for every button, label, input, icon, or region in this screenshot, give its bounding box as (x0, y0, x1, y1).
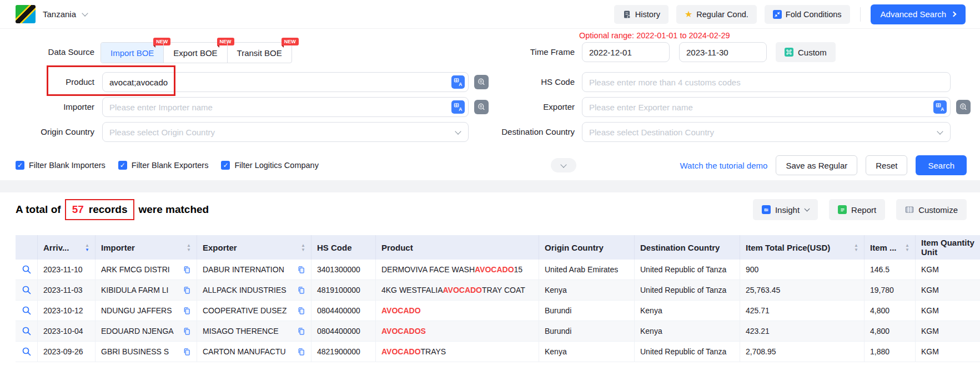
fold-conditions-button[interactable]: Fold Conditions (765, 5, 850, 24)
row-detail-button[interactable] (16, 260, 38, 279)
sort-arrows-icon[interactable]: ▲▼ (183, 243, 191, 252)
tab-import-boe[interactable]: Import BOENEW (101, 43, 163, 63)
cell-item-quantity-unit: KGM (916, 260, 980, 279)
copy-icon[interactable] (183, 348, 191, 356)
exporter-input[interactable]: A (582, 97, 951, 117)
fold-conditions-label: Fold Conditions (786, 10, 842, 19)
column-header-origin-country: Origin Country (539, 235, 635, 260)
copy-icon[interactable] (183, 266, 191, 274)
tab-label: Transit BOE (237, 48, 282, 58)
column-header-importer[interactable]: Importer▲▼ (96, 235, 197, 260)
data-source-label: Data Source (0, 42, 94, 62)
row-detail-button[interactable] (16, 301, 38, 321)
product-input[interactable]: A (102, 72, 469, 92)
importer-input[interactable]: A (102, 97, 469, 117)
tab-export-boe[interactable]: Export BOENEW (163, 43, 227, 63)
copy-icon[interactable] (183, 286, 191, 294)
record-count: 57 (72, 204, 84, 216)
cell-item-total-price: 423.21 (740, 321, 865, 341)
sort-arrows-icon[interactable]: ▲▼ (298, 243, 305, 252)
row-detail-button[interactable] (16, 280, 38, 300)
cell-product: DERMOVIVA FACE WASH AVOCADO 15 (376, 260, 539, 279)
sort-arrows-icon[interactable]: ▲▼ (902, 243, 909, 252)
row-detail-button[interactable] (16, 342, 38, 362)
trade-search-app: Tanzania History ★ Regular Cond. Fold Co… (0, 0, 980, 366)
magnifier-icon (22, 265, 32, 274)
cell-destination-country: United Republic of Tanza (635, 260, 740, 279)
regular-cond-label: Regular Cond. (696, 10, 748, 19)
cell-origin-country: Kenya (539, 342, 635, 362)
cell-origin-country: Burundi (539, 321, 635, 341)
destination-country-field[interactable] (582, 123, 938, 141)
product-text: 15 (514, 265, 523, 274)
report-button[interactable]: Report (829, 199, 885, 220)
checkbox-icon[interactable]: ✓ (16, 161, 24, 170)
copy-icon[interactable] (297, 348, 305, 356)
checkbox-icon[interactable]: ✓ (118, 161, 127, 170)
copy-icon[interactable] (297, 307, 305, 315)
save-as-regular-button[interactable]: Save as Regular (776, 155, 857, 175)
copy-icon[interactable] (183, 307, 191, 315)
destination-country-select[interactable] (582, 122, 951, 142)
exporter-field[interactable] (582, 98, 933, 116)
column-header-exporter[interactable]: Exporter▲▼ (197, 235, 311, 260)
search-button[interactable]: Search (916, 155, 967, 175)
customize-button[interactable]: Customize (896, 199, 967, 220)
tab-transit-boe[interactable]: Transit BOENEW (227, 43, 292, 63)
checkbox-filter-logitics-company[interactable]: ✓Filter Logitics Company (221, 161, 319, 170)
chevron-down-icon[interactable] (82, 10, 88, 16)
column-label: Importer (101, 243, 135, 252)
column-header-item-[interactable]: Item ...▲▼ (865, 235, 916, 260)
collapse-filters-button[interactable] (551, 158, 576, 172)
history-button[interactable]: History (614, 5, 669, 24)
date-to-input[interactable] (679, 42, 767, 62)
origin-country-select[interactable] (102, 122, 469, 142)
advanced-search-button[interactable]: Advanced Search (871, 4, 966, 24)
importer-field[interactable] (103, 98, 451, 116)
checkbox-icon[interactable]: ✓ (221, 161, 230, 170)
tutorial-demo-link[interactable]: Watch the tutorial demo (680, 161, 768, 170)
checkbox-filter-blank-exporters[interactable]: ✓Filter Blank Exporters (118, 161, 209, 170)
cell-origin-country: Burundi (539, 301, 635, 321)
divider (860, 7, 861, 22)
cell-item-total-price: 2,708.95 (740, 342, 865, 362)
reset-button[interactable]: Reset (866, 155, 907, 175)
insight-button[interactable]: Bi Insight (753, 199, 818, 220)
cell-hs-code: 4821900000 (311, 342, 376, 362)
product-text: TRAYS (421, 347, 446, 356)
custom-label: Custom (798, 48, 827, 57)
exporter-name: CARTON MANUFACTU (203, 347, 286, 356)
checkbox-label: Filter Logitics Company (234, 161, 319, 170)
exact-match-icon[interactable] (956, 100, 971, 114)
product-value[interactable] (103, 73, 451, 92)
custom-range-button[interactable]: Custom (776, 42, 836, 62)
copy-icon[interactable] (183, 327, 191, 336)
translate-icon[interactable]: A (933, 100, 947, 114)
hs-code-field[interactable] (582, 73, 950, 92)
date-from-input[interactable] (582, 42, 670, 62)
column-label: HS Code (317, 243, 352, 252)
regular-cond-button[interactable]: ★ Regular Cond. (676, 5, 757, 24)
product-text: DERMOVIVA FACE WASH (381, 265, 475, 274)
origin-country-field[interactable] (103, 123, 456, 141)
hs-code-input[interactable] (582, 72, 951, 92)
cell-exporter: COOPERATIVE DUSEZ (197, 301, 311, 321)
cell-hs-code: 3401300000 (311, 260, 376, 279)
cell-item-quantity-unit: KGM (916, 280, 980, 300)
records-annotation-box: 57 records (65, 199, 135, 220)
column-header-arriv-[interactable]: Arriv...▲▼ (38, 235, 96, 260)
checkbox-filter-blank-importers[interactable]: ✓Filter Blank Importers (16, 161, 105, 170)
sort-arrows-icon[interactable]: ▲▼ (82, 243, 89, 252)
sort-arrows-icon[interactable]: ▲▼ (851, 243, 858, 252)
copy-icon[interactable] (297, 327, 305, 336)
cell-item-quantity-unit: KGM (916, 301, 980, 321)
country-selector-label[interactable]: Tanzania (43, 9, 76, 19)
row-detail-button[interactable] (16, 321, 38, 341)
copy-icon[interactable] (297, 266, 305, 274)
copy-icon[interactable] (297, 286, 305, 294)
customize-label: Customize (918, 205, 958, 215)
table-row: 2023-10-12NDUNGU JAFFERSCOOPERATIVE DUSE… (16, 301, 980, 321)
column-header-item-total-price-usd-[interactable]: Item Total Price(USD)▲▼ (740, 235, 865, 260)
importer-name: GBRI BUSINESS S (101, 347, 169, 356)
cell-item-quantity: 4,800 (865, 301, 916, 321)
